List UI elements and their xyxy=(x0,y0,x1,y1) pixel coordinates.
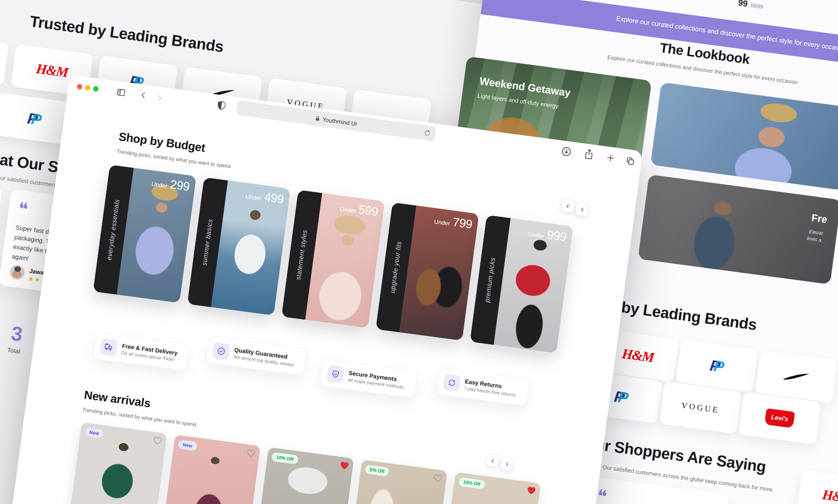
budget-card-upgrade-your-fits[interactable]: upgrade your fits Under799 xyxy=(376,202,479,341)
logo-tile xyxy=(0,33,9,85)
safari-window: Youthmind UI Shop by Budget Trending pic… xyxy=(5,75,643,504)
brands-title: Trusted by Leading Brands xyxy=(29,12,225,55)
section-title-new-arrivals: New arrivals xyxy=(83,388,151,410)
quality-seal-icon xyxy=(212,342,230,360)
product-card[interactable]: 10% Off xyxy=(252,447,354,504)
delivery-truck-icon xyxy=(100,338,118,356)
product-badge: New xyxy=(178,439,197,451)
url-text: Youthmind UI xyxy=(322,116,357,127)
feature-secure-payments: Secure Payments All major payment method… xyxy=(320,359,418,399)
wishlist-heart-icon[interactable] xyxy=(526,485,537,497)
product-card[interactable]: 10% Off xyxy=(439,472,541,504)
budget-carousel-prev-button[interactable]: ‹ xyxy=(561,198,575,213)
feature-free-fast-delivery: Free & Fast Delivery On all orders above… xyxy=(93,332,189,371)
stat-label: Total xyxy=(7,347,21,355)
shield-check-icon xyxy=(326,365,345,383)
arrivals-carousel-prev-button[interactable]: ‹ xyxy=(486,454,500,468)
promo-title: Fre xyxy=(811,212,828,226)
nike-swoosh-icon xyxy=(782,370,811,383)
wishlist-heart-icon[interactable] xyxy=(339,461,350,472)
product-card[interactable]: New xyxy=(158,435,261,504)
feature-easy-returns: Easy Returns 7-day hassle-free returns. xyxy=(436,368,529,406)
zoom-button[interactable] xyxy=(93,86,99,92)
stage: Trusted by Leading Brands H&M PP VOGUE P… xyxy=(0,0,838,504)
wishlist-heart-icon[interactable] xyxy=(433,473,443,484)
avatar xyxy=(9,264,26,281)
hm-logo: H&M xyxy=(35,60,69,80)
budget-carousel-next-button[interactable]: › xyxy=(575,202,590,217)
product-badge: 10% Off xyxy=(271,452,299,465)
lock-icon xyxy=(315,116,320,121)
new-tab-icon[interactable] xyxy=(605,153,616,163)
close-button[interactable] xyxy=(76,84,83,90)
section-subtitle-budget: Trending picks, sorted by what you want … xyxy=(116,148,232,170)
levis-logo: Levi's xyxy=(764,408,795,428)
paypal-logo: PP xyxy=(26,110,42,128)
wishlist-heart-icon[interactable] xyxy=(152,436,163,447)
product-badge: New xyxy=(84,427,104,438)
product-card[interactable]: 5% Off xyxy=(345,459,448,504)
minimize-button[interactable] xyxy=(85,85,91,91)
privacy-shield-icon[interactable] xyxy=(216,100,227,111)
product-card[interactable]: New xyxy=(65,422,167,504)
compare-price: 8899 xyxy=(750,2,764,10)
back-button-icon[interactable] xyxy=(139,90,148,100)
chevron-left-icon: ‹ xyxy=(491,456,495,465)
logo-tile-hm: H&M xyxy=(797,470,838,504)
download-icon[interactable] xyxy=(561,146,572,157)
budget-card-premium-picks[interactable]: premium picks Under999 xyxy=(470,215,573,353)
tab-overview-icon[interactable] xyxy=(625,155,636,166)
arrivals-carousel-next-button[interactable]: › xyxy=(500,457,514,471)
chevron-right-icon: › xyxy=(580,205,584,214)
sidebar-toggle-icon[interactable] xyxy=(116,87,127,97)
budget-card-everyday-essentials[interactable]: everyday essentials Under299 xyxy=(93,165,197,303)
budget-card-summer-basics[interactable]: summer basics Under499 xyxy=(187,177,291,316)
chevron-left-icon: ‹ xyxy=(566,201,570,210)
stat-number: 3 xyxy=(10,321,24,346)
product-badge: 5% Off xyxy=(365,464,390,477)
feature-quality-guaranteed: Quality Guaranteed We ensure top quality… xyxy=(206,336,307,376)
refresh-icon[interactable] xyxy=(423,129,431,137)
product-badge: 10% Off xyxy=(458,477,486,490)
wishlist-heart-icon[interactable] xyxy=(246,448,256,459)
chevron-right-icon: › xyxy=(505,459,509,468)
returns-arrows-icon xyxy=(443,374,461,392)
budget-card-statement-styles[interactable]: statement styles Under599 xyxy=(281,190,385,328)
share-icon[interactable] xyxy=(583,148,595,161)
forward-button-icon[interactable] xyxy=(155,93,164,103)
